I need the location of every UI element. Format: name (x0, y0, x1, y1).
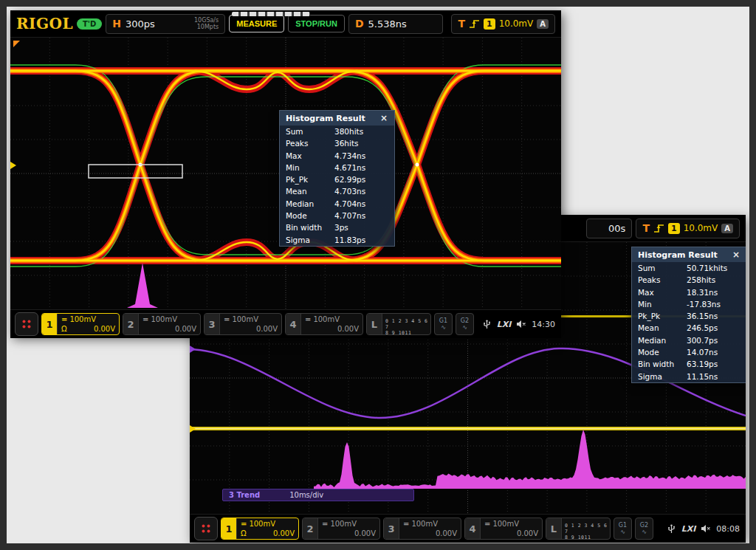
channel-1-button[interactable]: 1 =100mV Ω0.00V (221, 518, 299, 540)
timebase-segment[interactable]: 00s (586, 219, 632, 238)
channel-number: 2 (303, 518, 318, 539)
trigger-status-badge: T'D (77, 18, 102, 30)
channel-number: 3 (205, 314, 220, 334)
generator-1-button[interactable]: G1∿ (434, 313, 453, 335)
channel-2-button[interactable]: 2 =100mV 0.00V (302, 518, 380, 540)
rising-edge-trigger-icon (469, 19, 480, 29)
timebase-value: 300ps (126, 18, 155, 30)
channel-1-button[interactable]: 1 =100mV Ω0.00V (41, 313, 120, 335)
lxi-label: LXI (497, 320, 512, 329)
coupling-icon: = (322, 519, 328, 529)
memory-depth: 10Mpts (194, 24, 219, 30)
memory-position-bar (232, 12, 310, 16)
generator-2-button[interactable]: G2∿ (635, 518, 653, 540)
channel-number: 2 (123, 314, 139, 334)
coupling-icon: = (484, 519, 490, 529)
channel-3-button[interactable]: 3 =100mV 0.00V (383, 518, 461, 540)
measure-button[interactable]: MEASURE (229, 15, 284, 32)
logic-label: L (367, 314, 382, 334)
back-bottombar: 1 =100mV Ω0.00V 2 =100mV 0.00V 3 =100mV … (190, 515, 746, 543)
trigger-segment[interactable]: T 1 10.0mV A (451, 14, 555, 34)
logic-channels-button[interactable]: L 0 1 2 3 4 5 6 7 8 9 1011 12131415 (366, 313, 431, 335)
coupling-icon: = (224, 314, 230, 324)
channel-number: 4 (465, 518, 481, 539)
trend-histogram (314, 430, 746, 489)
logic-row-1: 0 1 2 3 4 5 6 7 (385, 318, 428, 330)
menu-button[interactable] (194, 517, 218, 540)
histogram-result-popup: Histogram Result × Sum380hits Peaks36hit… (279, 110, 395, 247)
trend-scale-bar: 3 Trend 10ms/div (222, 489, 414, 501)
horizontal-label: H (112, 18, 121, 30)
histogram-spike (127, 263, 158, 308)
coupling-icon: = (403, 519, 409, 529)
generator-2-button[interactable]: G2∿ (456, 313, 474, 335)
trigger-mode-badge: A (537, 19, 549, 29)
speaker-mute-icon[interactable] (516, 320, 526, 329)
sine-icon: ∿ (441, 324, 446, 331)
logic-channels-button[interactable]: L 0 1 2 3 4 5 6 7 8 9 1011 12131415 (546, 518, 611, 540)
trigger-label: T (642, 222, 650, 234)
speaker-mute-icon[interactable] (701, 524, 711, 533)
delay-label: D (355, 18, 364, 30)
front-display: Histogram Result × Sum380hits Peaks36hit… (10, 37, 561, 310)
popup-title: Histogram Result (286, 114, 365, 123)
channel-number: 1 (42, 314, 58, 334)
sine-icon: ∿ (642, 529, 647, 535)
lxi-label: LXI (681, 524, 696, 534)
logic-label: L (546, 518, 562, 539)
clock: 14:30 (532, 320, 555, 329)
coupling-icon: = (305, 314, 311, 324)
menu-button[interactable] (15, 312, 38, 336)
channel1-marker-icon[interactable] (190, 425, 196, 433)
logic-row-2: 8 9 1011 12131415 (385, 330, 428, 335)
trigger-label: T (458, 18, 465, 30)
menu-dots-icon (23, 320, 26, 323)
generator-1-button[interactable]: G1∿ (614, 518, 632, 540)
sine-icon: ∿ (462, 324, 467, 331)
trigger-level: 10.0mV (684, 223, 718, 233)
coupling-icon: = (61, 314, 67, 324)
trigger-mode-badge: A (721, 224, 733, 233)
channel1-marker-icon[interactable] (10, 162, 16, 169)
close-icon[interactable]: × (379, 113, 388, 123)
channel-2-button[interactable]: 2 =100mV 0.00V (123, 313, 201, 335)
channel-number: 4 (286, 314, 301, 334)
channel-number: 3 (384, 518, 399, 539)
rigol-logo: RIGOL (16, 15, 73, 32)
sample-rate: 10GSa/s (194, 17, 219, 24)
timebase-value: 00s (608, 223, 625, 234)
trigger-segment[interactable]: T 1 10.0mV A (636, 219, 740, 238)
delay-segment[interactable]: D 5.538ns (348, 14, 443, 34)
trigger-position-marker-icon (13, 41, 20, 47)
trigger-level: 10.0mV (499, 18, 534, 29)
menu-dots-icon (202, 525, 205, 528)
channel-4-button[interactable]: 4 =100mV 0.00V (464, 518, 543, 540)
coupling-icon: = (241, 519, 247, 529)
channel-4-button[interactable]: 4 =100mV 0.00V (285, 313, 363, 335)
trigger-source-badge: 1 (668, 223, 680, 234)
stop-run-button[interactable]: STOP/RUN (288, 15, 345, 32)
trend-source-label: 3 Trend (223, 491, 266, 499)
rising-edge-trigger-icon (653, 224, 664, 233)
usb-icon (667, 524, 676, 534)
logic-row-1: 0 1 2 3 4 5 6 7 (565, 523, 608, 534)
coupling-icon: = (142, 314, 148, 324)
trend-scale-value: 10ms/div (289, 491, 323, 499)
channel-number: 1 (221, 518, 237, 539)
front-topbar: RIGOL T'D H 300ps 10GSa/s 10Mpts MEASURE… (10, 10, 561, 37)
close-icon[interactable]: × (732, 250, 740, 260)
front-bottombar: 1 =100mV Ω0.00V 2 =100mV 0.00V 3 =100mV … (10, 310, 561, 338)
trigger-source-badge: 1 (484, 18, 495, 30)
usb-icon (482, 320, 492, 329)
delay-value: 5.538ns (368, 18, 407, 30)
horizontal-segment[interactable]: H 300ps 10GSa/s 10Mpts (106, 14, 225, 34)
logic-row-2: 8 9 1011 12131415 (565, 534, 608, 540)
sine-icon: ∿ (620, 529, 625, 535)
photo-background: 00s T 1 10.0mV A (0, 0, 756, 550)
channel3-marker-icon[interactable] (190, 346, 196, 353)
popup-title: Histogram Result (638, 250, 718, 260)
channel-3-button[interactable]: 3 =100mV 0.00V (204, 313, 282, 335)
clock: 08:08 (716, 524, 740, 534)
oscilloscope-screen-front: RIGOL T'D H 300ps 10GSa/s 10Mpts MEASURE… (10, 10, 561, 337)
histogram-result-popup: Histogram Result × Sum50.71khits Peaks25… (631, 247, 746, 383)
